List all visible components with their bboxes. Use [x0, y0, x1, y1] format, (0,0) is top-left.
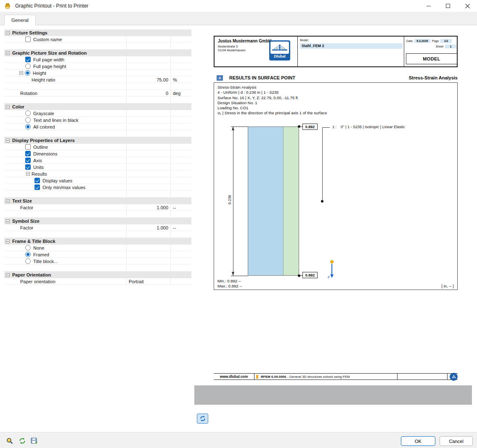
section-layers[interactable]: Display Properties of Layers — [4, 137, 191, 144]
height-option[interactable]: Height — [4, 70, 126, 76]
full-page-height-radio[interactable] — [25, 63, 31, 69]
custom-name-option[interactable]: Custom name — [4, 36, 126, 42]
maximize-button[interactable] — [438, 0, 458, 12]
text-lines-black-radio[interactable] — [25, 117, 31, 123]
section-title: Frame & Title Block — [12, 239, 56, 244]
app-icon — [4, 3, 11, 9]
all-colored-option[interactable]: All colored — [4, 124, 126, 130]
all-colored-radio[interactable] — [25, 124, 31, 129]
green-sync-icon — [19, 437, 26, 445]
tab-general[interactable]: General — [4, 15, 36, 25]
framed-radio[interactable] — [25, 252, 31, 257]
material-note: 1 : 0° | 1 - S235 | Isotropic | Linear E… — [332, 125, 405, 129]
section-paper-orientation[interactable]: Paper Orientation — [4, 271, 191, 278]
magnifier-icon — [6, 437, 13, 445]
section-picture-settings[interactable]: Picture Settings — [4, 29, 191, 36]
section-heading-row: A RESULTS IN SURFACE POINT Stress-Strain… — [214, 75, 458, 82]
spacer-row — [4, 191, 191, 198]
bottom-bar: OK Cancel — [0, 432, 477, 448]
spacer-row — [4, 83, 191, 90]
collapse-icon[interactable] — [6, 139, 10, 142]
dlubal-logo-small — [450, 373, 458, 381]
collapse-icon[interactable] — [6, 199, 10, 203]
results-node[interactable]: Results — [4, 171, 126, 177]
tab-strip: General — [0, 12, 477, 25]
section-title: Graphic Picture Size and Rotation — [12, 50, 87, 55]
paper-orientation-select[interactable]: Portrait — [126, 278, 170, 285]
display-values-checkbox[interactable] — [34, 178, 40, 183]
height-radio[interactable] — [25, 70, 30, 76]
title-block-radio[interactable] — [25, 258, 31, 264]
collapse-icon[interactable] — [6, 31, 10, 35]
outline-checkbox[interactable] — [25, 144, 31, 150]
result-point-bottom — [298, 274, 300, 277]
outline-option[interactable]: Outline — [4, 144, 126, 150]
refresh-preview-button[interactable] — [197, 414, 208, 424]
leader-line — [299, 126, 302, 127]
minimize-button[interactable] — [419, 0, 438, 12]
frame-none-option[interactable]: None — [4, 245, 126, 251]
section-size-rotation[interactable]: Graphic Picture Size and Rotation — [4, 50, 191, 56]
row-height: Height — [4, 70, 191, 76]
section-color[interactable]: Color — [4, 103, 191, 110]
row-frame-none: None — [4, 245, 191, 251]
rotation-input[interactable]: 0 — [126, 90, 170, 96]
ok-button[interactable]: OK — [401, 436, 435, 446]
section-frame-title-block[interactable]: Frame & Title Block — [4, 238, 191, 245]
section-symbol-size[interactable]: Symbol Size — [4, 218, 191, 224]
info-line: Surface No. 16 | X, Y, Z: 22.79, 0.00, -… — [217, 95, 327, 100]
axis-option[interactable]: Axis — [4, 157, 126, 163]
text-lines-black-option[interactable]: Text and lines in black — [4, 117, 126, 123]
full-page-width-option[interactable]: Full page width — [4, 56, 126, 63]
bridge-icon — [451, 374, 456, 379]
dimensions-option[interactable]: Dimensions — [4, 150, 126, 157]
title-block-option[interactable]: Title block... — [4, 258, 126, 264]
page-info-block: Date 5.3.2025 Page 1/1 Sheet 1 MODEL — [404, 37, 458, 66]
reset-defaults-button[interactable] — [18, 436, 27, 445]
z-axis-line — [331, 264, 332, 274]
frame-none-radio[interactable] — [25, 245, 31, 250]
framed-option[interactable]: Framed — [4, 251, 126, 258]
footer-program: RFEM 6.09.0006 — [261, 375, 286, 379]
result-graphic-frame: Stress-Strain Analysis 4 - Uniform | d :… — [214, 82, 458, 290]
dimensions-checkbox[interactable] — [25, 151, 31, 156]
title-block-label: Title block... — [33, 259, 58, 264]
grayscale-radio[interactable] — [25, 111, 31, 116]
text-factor-unit: -- — [170, 204, 191, 211]
collapse-icon[interactable] — [6, 51, 10, 55]
full-page-height-label: Full page height — [33, 64, 66, 69]
details-button[interactable] — [5, 436, 14, 445]
symbol-factor-unit: -- — [170, 224, 191, 231]
row-custom-name: Custom name — [4, 36, 191, 43]
full-page-height-option[interactable]: Full page height — [4, 63, 126, 69]
only-minmax-checkbox[interactable] — [34, 184, 40, 190]
units-checkbox[interactable] — [25, 164, 31, 170]
thickness-dimension: 0.236 — [228, 191, 232, 208]
only-minmax-option[interactable]: Only min/max values — [4, 184, 126, 190]
full-page-width-checkbox[interactable] — [25, 57, 31, 62]
collapse-icon[interactable] — [6, 105, 10, 109]
text-factor-input[interactable]: 1.000 — [126, 204, 170, 211]
save-settings-button[interactable] — [29, 436, 39, 445]
collapse-icon[interactable] — [6, 219, 10, 223]
rotation-unit: deg — [170, 90, 191, 96]
units-option[interactable]: Units — [4, 164, 126, 170]
collapse-icon[interactable] — [19, 71, 23, 75]
custom-name-checkbox[interactable] — [25, 37, 31, 42]
section-text-size[interactable]: Text Size — [4, 198, 191, 204]
save-icon — [30, 437, 38, 445]
grayscale-option[interactable]: Grayscale — [4, 110, 126, 116]
symbol-factor-input[interactable]: 1.000 — [126, 224, 170, 231]
height-ratio-input[interactable]: 75.00 — [126, 76, 170, 83]
collapse-icon[interactable] — [6, 273, 10, 277]
close-button[interactable] — [458, 0, 477, 12]
cancel-button[interactable]: Cancel — [440, 436, 473, 446]
display-values-option[interactable]: Display values — [4, 177, 126, 184]
surface-layer-green — [283, 127, 299, 275]
row-height-ratio: Height ratio 75.00 % — [4, 76, 191, 83]
axis-checkbox[interactable] — [25, 158, 31, 163]
collapse-icon[interactable] — [26, 172, 30, 176]
results-label: Results — [32, 171, 47, 177]
collapse-icon[interactable] — [6, 240, 10, 243]
model-box: MODEL — [406, 53, 457, 64]
